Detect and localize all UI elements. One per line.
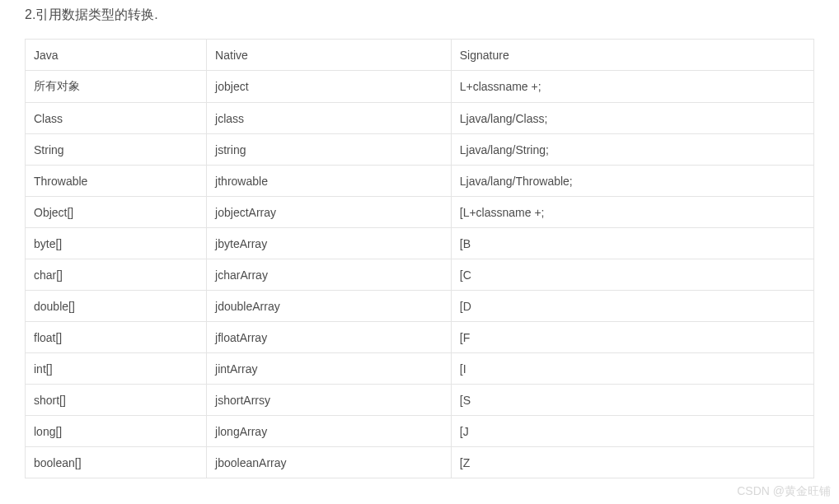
cell-java: float[] bbox=[26, 322, 207, 353]
section-title: 2.引用数据类型的转换. bbox=[25, 7, 814, 24]
table-row: long[] jlongArray [J bbox=[26, 416, 814, 447]
table-header-row: Java Native Signature bbox=[26, 40, 814, 71]
cell-signature: [C bbox=[451, 259, 813, 291]
cell-signature: [Z bbox=[451, 447, 813, 478]
cell-native: jlongArray bbox=[207, 416, 452, 447]
cell-signature: Ljava/lang/Throwable; bbox=[451, 166, 813, 197]
cell-signature: [S bbox=[451, 385, 813, 416]
cell-java: byte[] bbox=[26, 228, 207, 259]
cell-java: long[] bbox=[26, 416, 207, 447]
table-body: Java Native Signature 所有对象 jobject L+cla… bbox=[26, 40, 814, 478]
table-row: 所有对象 jobject L+classname +; bbox=[26, 71, 814, 103]
table-row: String jstring Ljava/lang/String; bbox=[26, 134, 814, 166]
table-row: boolean[] jbooleanArray [Z bbox=[26, 447, 814, 478]
table-row: byte[] jbyteArray [B bbox=[26, 228, 814, 259]
table-row: Throwable jthrowable Ljava/lang/Throwabl… bbox=[26, 166, 814, 197]
cell-java: short[] bbox=[26, 385, 207, 416]
cell-java: String bbox=[26, 134, 207, 166]
table-row: Class jclass Ljava/lang/Class; bbox=[26, 103, 814, 134]
cell-native: jstring bbox=[207, 134, 452, 166]
cell-signature: [I bbox=[451, 353, 813, 385]
cell-java: double[] bbox=[26, 291, 207, 322]
cell-native: jthrowable bbox=[207, 166, 452, 197]
cell-java: Throwable bbox=[26, 166, 207, 197]
cell-native: jclass bbox=[207, 103, 452, 134]
cell-signature: [B bbox=[451, 228, 813, 259]
type-conversion-table: Java Native Signature 所有对象 jobject L+cla… bbox=[25, 39, 814, 478]
cell-signature: [J bbox=[451, 416, 813, 447]
header-signature: Signature bbox=[451, 40, 813, 71]
table-row: char[] jcharArray [C bbox=[26, 259, 814, 291]
cell-signature: [D bbox=[451, 291, 813, 322]
cell-signature: Ljava/lang/Class; bbox=[451, 103, 813, 134]
cell-java: Class bbox=[26, 103, 207, 134]
cell-java: char[] bbox=[26, 259, 207, 291]
table-row: float[] jfloatArray [F bbox=[26, 322, 814, 353]
cell-signature: [L+classname +; bbox=[451, 197, 813, 228]
table-row: double[] jdoubleArray [D bbox=[26, 291, 814, 322]
cell-native: jdoubleArray bbox=[207, 291, 452, 322]
cell-native: jobject bbox=[207, 71, 452, 103]
table-row: Object[] jobjectArray [L+classname +; bbox=[26, 197, 814, 228]
cell-java: boolean[] bbox=[26, 447, 207, 478]
cell-native: jcharArray bbox=[207, 259, 452, 291]
cell-signature: [F bbox=[451, 322, 813, 353]
cell-native: jintArray bbox=[207, 353, 452, 385]
cell-java: int[] bbox=[26, 353, 207, 385]
watermark: CSDN @黄金旺铺 bbox=[737, 484, 831, 499]
cell-signature: L+classname +; bbox=[451, 71, 813, 103]
cell-native: jfloatArray bbox=[207, 322, 452, 353]
cell-native: jshortArrsy bbox=[207, 385, 452, 416]
cell-native: jbooleanArray bbox=[207, 447, 452, 478]
table-row: short[] jshortArrsy [S bbox=[26, 385, 814, 416]
cell-native: jobjectArray bbox=[207, 197, 452, 228]
cell-signature: Ljava/lang/String; bbox=[451, 134, 813, 166]
header-java: Java bbox=[26, 40, 207, 71]
cell-native: jbyteArray bbox=[207, 228, 452, 259]
table-row: int[] jintArray [I bbox=[26, 353, 814, 385]
cell-java: 所有对象 bbox=[26, 71, 207, 103]
cell-java: Object[] bbox=[26, 197, 207, 228]
header-native: Native bbox=[207, 40, 452, 71]
